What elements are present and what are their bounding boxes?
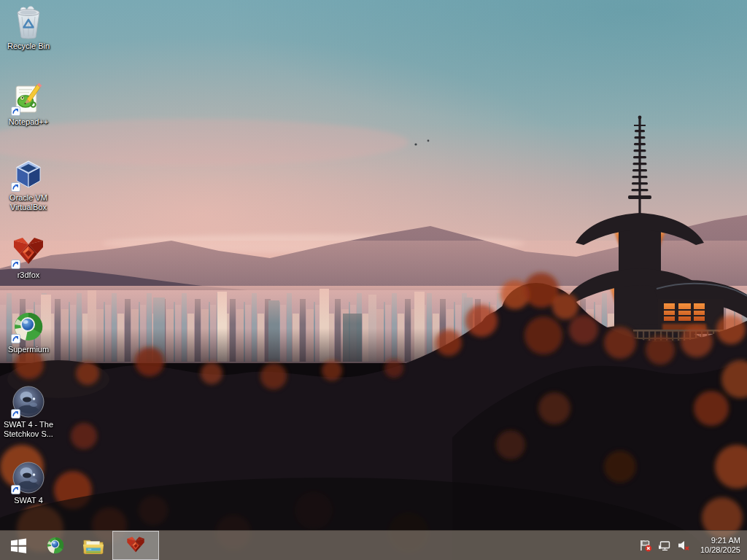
desktop-icon-swat4[interactable]: SWAT 4 [1, 460, 56, 505]
desktop: Recycle Bin Notepad++ Oracle VM VirtualB… [0, 0, 747, 560]
shortcut-arrow-icon [11, 334, 20, 343]
taskbar-button-supermium[interactable] [36, 531, 74, 560]
shortcut-arrow-icon [11, 485, 20, 494]
taskbar-clock[interactable]: 9:21 AM 10/28/2025 [700, 536, 740, 555]
r3dfox-icon [125, 535, 146, 556]
folder-icon [82, 536, 104, 556]
taskbar-button-file-explorer[interactable] [74, 531, 112, 560]
shortcut-arrow-icon [11, 260, 20, 269]
system-tray: 9:21 AM 10/28/2025 [639, 531, 747, 560]
icon-label: Supermium [8, 345, 49, 354]
action-center-flag-icon[interactable] [639, 539, 652, 552]
icon-label: SWAT 4 - The Stetchkov S... [1, 420, 56, 439]
start-button[interactable] [0, 531, 36, 560]
icon-label: Notepad++ [9, 117, 48, 127]
network-monitor-icon[interactable] [658, 539, 671, 552]
clock-time: 9:21 AM [700, 536, 740, 545]
wallpaper-kyoto-pagoda [0, 0, 747, 560]
desktop-icon-recycle-bin[interactable]: Recycle Bin [1, 6, 56, 51]
shortcut-arrow-icon [11, 106, 20, 116]
icon-label: Oracle VM VirtualBox [1, 193, 56, 212]
desktop-icon-supermium[interactable]: Supermium [1, 309, 56, 354]
icon-label: Recycle Bin [7, 42, 50, 51]
windows-logo-icon [10, 537, 27, 554]
desktop-icon-r3dfox[interactable]: r3dfox [1, 235, 56, 280]
recycle-bin-icon [11, 6, 46, 41]
icon-label: r3dfox [18, 271, 40, 280]
shortcut-arrow-icon [11, 182, 20, 192]
taskbar-button-r3dfox-active[interactable] [112, 531, 159, 560]
taskbar: 9:21 AM 10/28/2025 [0, 530, 747, 560]
shortcut-arrow-icon [11, 409, 20, 419]
desktop-icon-swat4-stetchkov[interactable]: SWAT 4 - The Stetchkov S... [1, 384, 56, 439]
desktop-icon-virtualbox[interactable]: Oracle VM VirtualBox [1, 158, 56, 212]
speaker-muted-icon[interactable] [677, 539, 690, 552]
supermium-icon [45, 535, 66, 556]
desktop-icon-notepad-plus-plus[interactable]: Notepad++ [1, 82, 56, 127]
icon-label: SWAT 4 [14, 496, 43, 505]
clock-date: 10/28/2025 [700, 545, 740, 555]
